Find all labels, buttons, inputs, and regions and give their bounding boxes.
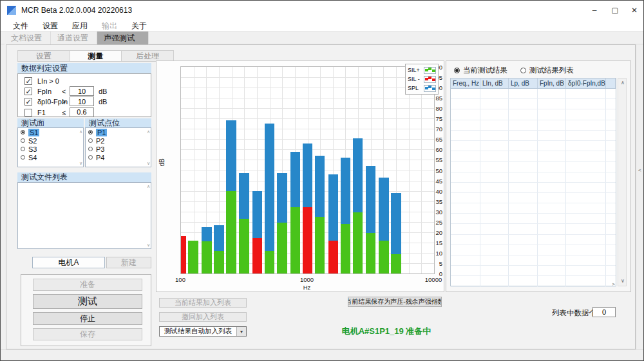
app-logo-icon — [7, 6, 16, 15]
checkbox-1[interactable]: ✓ — [24, 88, 32, 95]
undo-add-button[interactable]: 撤回加入列表 — [159, 312, 247, 322]
judge-value-input-2[interactable] — [70, 97, 94, 106]
list-count-input[interactable] — [592, 307, 616, 317]
table-cell — [451, 120, 480, 130]
table-cell — [480, 214, 509, 223]
radio-icon — [21, 147, 25, 151]
test-file-list[interactable]: ∧ ∨ — [17, 182, 151, 249]
table-row — [451, 99, 616, 109]
table-header-3[interactable]: FpIn, dB — [538, 79, 566, 88]
y-tick-15: 15 — [423, 239, 442, 246]
scroll-up-icon[interactable]: ∧ — [147, 129, 150, 134]
collapse-left-icon[interactable]: < — [638, 168, 641, 173]
judge-value-input-3[interactable] — [70, 107, 94, 117]
legend-label-2: SPL — [408, 85, 419, 91]
tab-sound-intensity-test[interactable]: 声强测试 — [97, 32, 149, 44]
result-table[interactable]: Freq., HzLIn, dBLp, dBFpIn, dBδpI0-FpIn,… — [450, 78, 616, 286]
menu-file[interactable]: 文件 — [6, 20, 35, 32]
stop-button[interactable]: 停止 — [33, 312, 142, 325]
table-row — [451, 131, 616, 141]
table-horizontal-scrollbar[interactable]: > — [450, 281, 616, 288]
bar-spl-2000 — [341, 158, 351, 224]
save-button[interactable]: 保存 — [33, 328, 142, 340]
subtab-setup[interactable]: 设置 — [18, 51, 70, 61]
tab-channel-settings[interactable]: 通道设置 — [51, 32, 97, 44]
maximize-button[interactable]: ▢ — [605, 1, 625, 20]
scroll-down-icon[interactable]: ∨ — [621, 279, 625, 284]
bar-sil-4000 — [379, 241, 389, 273]
surface-item-S2[interactable]: S2 — [18, 136, 83, 145]
table-cell — [566, 235, 606, 245]
point-label-P2: P2 — [96, 137, 104, 145]
auto-add-dropdown[interactable]: 测试结果自动加入列表 ▾ — [159, 326, 247, 337]
table-cell — [566, 224, 606, 234]
new-button[interactable]: 新建 — [106, 257, 151, 268]
checkbox-2[interactable]: ✓ — [24, 98, 32, 106]
judge-label-1: FpIn — [37, 88, 52, 95]
result-radio-0[interactable]: 当前测试结果 — [454, 66, 507, 75]
menu-output[interactable]: 输出 — [95, 20, 124, 32]
checkbox-3[interactable] — [24, 109, 32, 116]
surface-label-S1: S1 — [28, 129, 39, 136]
table-vertical-scrollbar[interactable]: ∧ ∨ — [618, 78, 627, 286]
table-cell — [509, 183, 538, 192]
scroll-down-icon[interactable]: ∨ — [147, 243, 150, 247]
bar-spl-500 — [265, 124, 275, 250]
bar-sil-2000 — [341, 224, 351, 273]
table-cell — [480, 224, 509, 234]
bar-sil-800 — [290, 207, 301, 273]
point-item-P1[interactable]: P1 — [86, 128, 151, 136]
table-row — [451, 235, 616, 245]
point-label-P1: P1 — [96, 129, 107, 136]
table-header-4[interactable]: δpI0-FpIn,dB — [566, 79, 606, 88]
point-item-P4[interactable]: P4 — [86, 153, 151, 162]
surface-item-S4[interactable]: S4 — [18, 153, 83, 162]
surface-item-S1[interactable]: S1 — [18, 128, 83, 136]
subtab-postprocess[interactable]: 后处理 — [122, 51, 173, 61]
table-header-1[interactable]: LIn, dB — [480, 79, 509, 88]
subtab-measure[interactable]: 测量 — [70, 51, 122, 61]
menu-about[interactable]: 关于 — [124, 20, 154, 32]
scroll-up-icon[interactable]: ∧ — [621, 80, 625, 86]
gridline-v — [409, 67, 410, 273]
point-item-P3[interactable]: P3 — [86, 145, 151, 153]
radio-icon — [454, 68, 460, 73]
table-cell — [509, 203, 538, 213]
gridline-v — [421, 67, 422, 273]
control-button-group: 准备测试停止保存 — [21, 274, 151, 346]
scroll-up-icon[interactable]: ∧ — [147, 184, 150, 189]
scroll-down-icon[interactable]: ∨ — [79, 161, 82, 165]
table-header-2[interactable]: Lp, dB — [509, 79, 538, 88]
surface-list-title: 测试面 — [17, 118, 84, 127]
device-button[interactable]: 电机A — [32, 257, 105, 268]
checkbox-0[interactable]: ✓ — [24, 77, 32, 85]
result-panel: Freq., HzLIn, dBLp, dBFpIn, dBδpI0-FpIn,… — [446, 60, 631, 292]
table-cell — [509, 162, 538, 171]
table-row — [451, 89, 616, 99]
result-radio-1[interactable]: 测试结果列表 — [520, 66, 574, 75]
point-item-P2[interactable]: P2 — [86, 136, 151, 145]
prepare-button[interactable]: 准备 — [33, 279, 142, 291]
menu-application[interactable]: 应用 — [65, 20, 95, 32]
chevron-down-icon[interactable]: ▾ — [236, 327, 246, 336]
table-header-0[interactable]: Freq., Hz — [451, 79, 480, 88]
minimize-button[interactable]: – — [584, 1, 605, 20]
judge-unit-2: dB — [99, 98, 107, 106]
judge-value-input-1[interactable] — [70, 86, 94, 96]
scroll-down-icon[interactable]: ∨ — [147, 161, 150, 165]
close-button[interactable]: ✕ — [624, 1, 644, 20]
menu-settings[interactable]: 设置 — [35, 20, 65, 32]
right-splitter[interactable]: < — [636, 44, 644, 349]
scroll-up-icon[interactable]: ∧ — [79, 129, 82, 134]
add-current-result-button[interactable]: 当前结果加入列表 — [159, 298, 247, 308]
table-cell — [451, 193, 480, 203]
test-button[interactable]: 测试 — [33, 294, 142, 309]
table-cell — [566, 214, 606, 223]
judge-row-2: ✓δpI0-FpIn>dB — [18, 97, 151, 107]
surface-item-S3[interactable]: S3 — [18, 145, 83, 153]
main-tab-bar: 文档设置通道设置声强测试 — [1, 32, 644, 44]
scroll-right-icon[interactable]: > — [612, 282, 615, 287]
tab-document-settings[interactable]: 文档设置 — [5, 32, 51, 44]
save-as-pressure-button[interactable]: 当前结果保存为声压-残余声强指数 — [348, 297, 442, 307]
table-cell — [451, 172, 480, 182]
